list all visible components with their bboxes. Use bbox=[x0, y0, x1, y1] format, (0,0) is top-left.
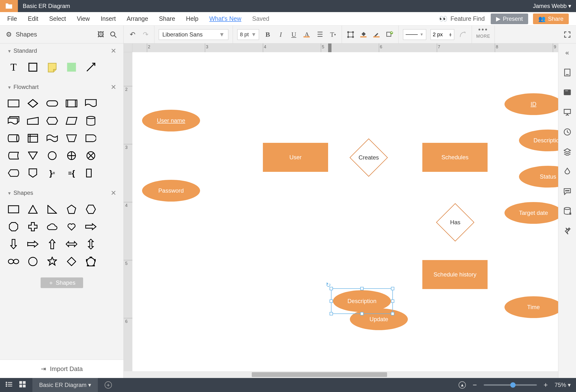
fc-paper-tape[interactable] bbox=[45, 132, 59, 144]
entity-schedules[interactable]: Schedules bbox=[422, 143, 488, 172]
sh-arrow-right[interactable] bbox=[84, 221, 98, 233]
fc-summing[interactable] bbox=[84, 150, 98, 161]
fc-connector[interactable] bbox=[45, 150, 59, 161]
entity-schedule-history[interactable]: Schedule history bbox=[422, 260, 488, 289]
present-button[interactable]: ▶ Present bbox=[491, 14, 528, 24]
fc-display[interactable] bbox=[7, 167, 20, 179]
fc-direct-data[interactable] bbox=[7, 132, 20, 144]
presentation-icon[interactable] bbox=[562, 107, 572, 117]
canvas[interactable]: User name Password User Creates Schedule… bbox=[132, 52, 558, 371]
border-color-button[interactable] bbox=[372, 30, 381, 39]
chat-icon[interactable] bbox=[562, 186, 572, 196]
selection-box[interactable] bbox=[331, 288, 393, 314]
page-settings-icon[interactable] bbox=[562, 68, 572, 77]
text-color-button[interactable]: A bbox=[302, 30, 311, 39]
attr-id[interactable]: ID bbox=[504, 93, 558, 115]
page-tab[interactable]: Basic ER Diagram ▾ bbox=[32, 378, 98, 392]
fc-note[interactable]: ≡{ bbox=[65, 167, 78, 179]
fc-manual-input[interactable] bbox=[26, 115, 40, 127]
fc-document[interactable] bbox=[84, 98, 98, 109]
sh-cross[interactable] bbox=[26, 221, 40, 233]
fullscreen-button[interactable] bbox=[563, 30, 572, 39]
sh-rect[interactable] bbox=[7, 204, 20, 215]
fc-card[interactable] bbox=[84, 167, 98, 179]
rel-has[interactable]: Has bbox=[436, 203, 474, 241]
sh-hexagon[interactable] bbox=[84, 204, 98, 215]
fc-predefined[interactable] bbox=[65, 98, 78, 109]
category-standard[interactable]: ▼Standard✕ bbox=[0, 43, 123, 58]
sh-cloud[interactable] bbox=[45, 221, 59, 233]
fc-data[interactable] bbox=[65, 115, 78, 127]
close-icon[interactable]: ✕ bbox=[111, 83, 116, 91]
document-title[interactable]: Basic ER Diagram bbox=[18, 3, 533, 9]
sh-heart[interactable] bbox=[65, 221, 78, 233]
bold-button[interactable]: B bbox=[263, 30, 272, 39]
fill-color-button[interactable] bbox=[359, 30, 368, 39]
feature-find[interactable]: 👀 Feature Find bbox=[439, 15, 485, 23]
fc-internal-storage[interactable] bbox=[26, 132, 40, 144]
entity-user[interactable]: User bbox=[263, 143, 328, 172]
menu-edit[interactable]: Edit bbox=[28, 15, 38, 22]
outline-icon[interactable] bbox=[5, 381, 13, 389]
sh-arrow-ud[interactable] bbox=[84, 238, 98, 250]
redo-button[interactable]: ↷ bbox=[141, 30, 150, 39]
fc-multidoc[interactable] bbox=[7, 115, 20, 127]
attr-password[interactable]: Password bbox=[142, 180, 200, 202]
menu-whats-new[interactable]: What's New bbox=[209, 15, 241, 22]
rotate-handle-icon[interactable]: ↻ bbox=[326, 281, 331, 289]
fc-merge[interactable] bbox=[26, 150, 40, 161]
actions-icon[interactable] bbox=[562, 226, 572, 236]
user-menu[interactable]: James Webb ▾ bbox=[533, 3, 576, 9]
sh-polygon[interactable] bbox=[84, 256, 98, 267]
fc-or[interactable] bbox=[65, 150, 78, 161]
layers-icon[interactable] bbox=[562, 147, 572, 157]
sh-arrow-lr[interactable] bbox=[65, 238, 78, 250]
shape-options-button[interactable] bbox=[385, 30, 394, 39]
fc-manual-op[interactable] bbox=[65, 132, 78, 144]
import-data-button[interactable]: ⇥ Import Data bbox=[0, 360, 123, 378]
sync-status-icon[interactable]: ▲ bbox=[459, 381, 466, 389]
underline-button[interactable]: U bbox=[289, 30, 298, 39]
line-options-button[interactable] bbox=[459, 30, 467, 39]
add-page-button[interactable]: ＋ bbox=[105, 381, 112, 389]
sh-link[interactable] bbox=[7, 256, 20, 267]
zoom-in-button[interactable]: + bbox=[544, 381, 548, 389]
sh-circle[interactable] bbox=[26, 256, 40, 267]
search-icon[interactable] bbox=[109, 30, 118, 39]
fc-database[interactable] bbox=[84, 115, 98, 127]
shape-block[interactable] bbox=[26, 61, 40, 73]
italic-button[interactable]: I bbox=[276, 30, 285, 39]
undo-button[interactable]: ↶ bbox=[128, 30, 137, 39]
line-style-select[interactable]: ▼ bbox=[403, 29, 426, 40]
attr-targetdate[interactable]: Target date bbox=[504, 202, 558, 224]
fc-process[interactable] bbox=[7, 98, 20, 109]
fc-brace-r[interactable]: }≡ bbox=[45, 167, 59, 179]
menu-insert[interactable]: Insert bbox=[101, 15, 116, 22]
zoom-out-button[interactable]: − bbox=[473, 381, 477, 389]
sh-pentagon[interactable] bbox=[65, 204, 78, 215]
fc-preparation[interactable] bbox=[45, 115, 59, 127]
zoom-slider[interactable] bbox=[484, 384, 537, 386]
menu-share[interactable]: Share bbox=[159, 15, 175, 22]
sh-triangle[interactable] bbox=[26, 204, 40, 215]
zoom-level[interactable]: 75% ▾ bbox=[554, 382, 571, 388]
shape-line[interactable] bbox=[84, 61, 98, 73]
fc-terminator[interactable] bbox=[45, 98, 59, 109]
attr-description[interactable]: Description bbox=[519, 129, 558, 151]
fc-stored-data[interactable] bbox=[7, 150, 20, 161]
more-icon[interactable]: ••• bbox=[478, 26, 488, 33]
gear-icon[interactable]: ⚙ bbox=[6, 30, 12, 38]
close-icon[interactable]: ✕ bbox=[111, 47, 116, 55]
shape-note[interactable] bbox=[45, 61, 59, 73]
attr-username[interactable]: User name bbox=[142, 110, 200, 131]
sh-octagon[interactable] bbox=[7, 221, 20, 233]
themes-icon[interactable] bbox=[562, 167, 572, 177]
sh-arrow-down[interactable] bbox=[7, 238, 20, 250]
history-icon[interactable] bbox=[562, 127, 572, 137]
grid-view-icon[interactable] bbox=[19, 381, 26, 389]
fc-decision[interactable] bbox=[26, 98, 40, 109]
data-linking-icon[interactable] bbox=[562, 206, 572, 216]
shape-bounds-button[interactable] bbox=[346, 30, 355, 39]
attr-time[interactable]: Time bbox=[504, 296, 558, 318]
folder-icon[interactable] bbox=[0, 0, 18, 12]
